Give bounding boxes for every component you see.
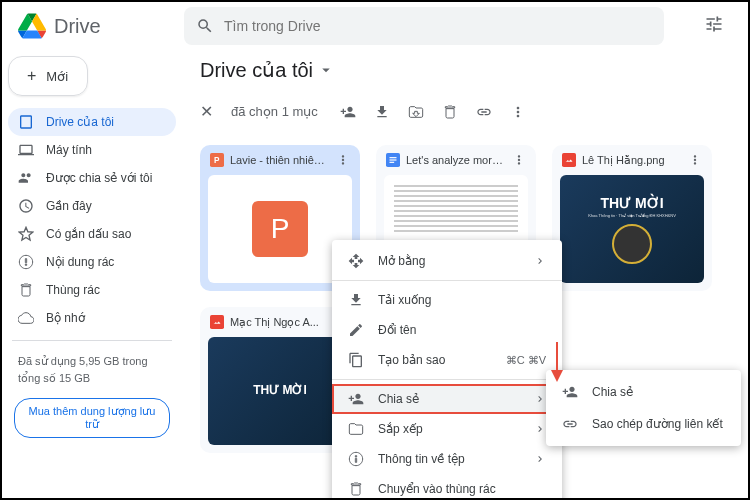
delete-icon[interactable] <box>442 104 458 120</box>
sidebar-item-starred[interactable]: Có gắn dấu sao <box>8 220 176 248</box>
annotation-arrow <box>547 342 567 382</box>
clock-icon <box>18 198 34 214</box>
selection-count: đã chọn 1 mục <box>231 104 318 119</box>
trash-icon <box>348 481 364 497</box>
submenu-copy-link[interactable]: Sao chép đường liên kết <box>546 408 741 440</box>
sidebar-item-my-drive[interactable]: Drive của tôi <box>8 108 176 136</box>
plus-icon: + <box>27 67 36 85</box>
filter-button[interactable] <box>696 6 732 46</box>
chevron-right-icon <box>534 255 546 267</box>
menu-share[interactable]: Chia sẻ <box>332 384 562 414</box>
new-button[interactable]: + Mới <box>8 56 88 96</box>
share-person-icon[interactable] <box>340 104 356 120</box>
download-icon[interactable] <box>374 104 390 120</box>
caret-down-icon <box>317 61 335 79</box>
file-card[interactable]: Lê Thị Hằng.png THƯ MỜI Khoa Thông tin ·… <box>552 145 712 291</box>
menu-copy[interactable]: Tạo bản sao ⌘C ⌘V <box>332 345 562 375</box>
cloud-icon <box>18 310 34 326</box>
tune-icon <box>704 14 724 34</box>
chevron-right-icon <box>534 453 546 465</box>
context-menu: Mở bằng Tải xuống Đổi tên Tạo bản sao ⌘C… <box>332 240 562 500</box>
sidebar-item-recent[interactable]: Gần đây <box>8 192 176 220</box>
sidebar-item-trash[interactable]: Thùng rác <box>8 276 176 304</box>
download-icon <box>348 292 364 308</box>
menu-trash[interactable]: Chuyển vào thùng rác <box>332 474 562 500</box>
svg-rect-3 <box>390 157 397 158</box>
docs-icon <box>386 153 400 167</box>
submenu-share[interactable]: Chia sẻ <box>546 376 741 408</box>
share-icon <box>562 384 578 400</box>
search-input[interactable] <box>224 18 652 34</box>
app-name: Drive <box>54 15 101 38</box>
trash-icon <box>18 282 34 298</box>
folder-icon <box>348 421 364 437</box>
menu-rename[interactable]: Đổi tên <box>332 315 562 345</box>
file-name: Let's analyze more de... <box>406 154 506 166</box>
star-icon <box>18 226 34 242</box>
svg-marker-9 <box>551 370 563 382</box>
report-icon <box>18 254 34 270</box>
svg-rect-7 <box>210 315 224 329</box>
info-icon <box>348 451 364 467</box>
share-submenu: Chia sẻ Sao chép đường liên kết <box>546 370 741 446</box>
buy-storage-button[interactable]: Mua thêm dung lượng lưu trữ <box>14 398 170 438</box>
link-icon[interactable] <box>476 104 492 120</box>
sidebar-item-storage[interactable]: Bộ nhớ <box>8 304 176 332</box>
image-icon <box>562 153 576 167</box>
svg-rect-4 <box>390 159 397 160</box>
file-thumbnail: THƯ MỜI Khoa Thông tin · Thư viện Trường… <box>560 175 704 283</box>
storage-used-text: Đã sử dụng 5,95 GB trong tổng số 15 GB <box>8 349 176 390</box>
drive-icon <box>18 114 34 130</box>
menu-open-with[interactable]: Mở bằng <box>332 246 562 276</box>
drive-logo-icon <box>18 12 46 40</box>
menu-file-info[interactable]: Thông tin về tệp <box>332 444 562 474</box>
move-icon[interactable] <box>408 104 424 120</box>
file-name: Lavie - thiên nhiên tr... <box>230 154 330 166</box>
search-bar[interactable] <box>184 7 664 45</box>
search-icon <box>196 17 214 35</box>
file-more-icon[interactable] <box>512 153 526 167</box>
edit-icon <box>348 322 364 338</box>
chevron-right-icon <box>534 423 546 435</box>
svg-rect-5 <box>390 162 395 163</box>
people-icon <box>18 170 34 186</box>
file-more-icon[interactable] <box>336 153 350 167</box>
laptop-icon <box>18 142 34 158</box>
sidebar-item-computers[interactable]: Máy tính <box>8 136 176 164</box>
svg-rect-6 <box>562 153 576 167</box>
file-thumbnail: P <box>208 175 352 283</box>
chevron-right-icon <box>534 393 546 405</box>
slides-icon: P <box>210 153 224 167</box>
sidebar-item-spam[interactable]: Nội dung rác <box>8 248 176 276</box>
clear-selection-button[interactable]: ✕ <box>200 102 213 121</box>
menu-download[interactable]: Tải xuống <box>332 285 562 315</box>
image-icon <box>210 315 224 329</box>
share-icon <box>348 391 364 407</box>
page-title[interactable]: Drive của tôi <box>200 58 732 82</box>
file-thumbnail: THƯ MỜI <box>208 337 352 445</box>
file-more-icon[interactable] <box>688 153 702 167</box>
open-with-icon <box>348 253 364 269</box>
sidebar-item-shared[interactable]: Được chia sẻ với tôi <box>8 164 176 192</box>
more-icon[interactable] <box>510 104 526 120</box>
svg-text:P: P <box>214 156 220 165</box>
file-name: Mạc Thị Ngọc A... <box>230 316 330 329</box>
file-name: Lê Thị Hằng.png <box>582 154 682 167</box>
copy-icon <box>348 352 364 368</box>
link-icon <box>562 416 578 432</box>
menu-organize[interactable]: Sắp xếp <box>332 414 562 444</box>
